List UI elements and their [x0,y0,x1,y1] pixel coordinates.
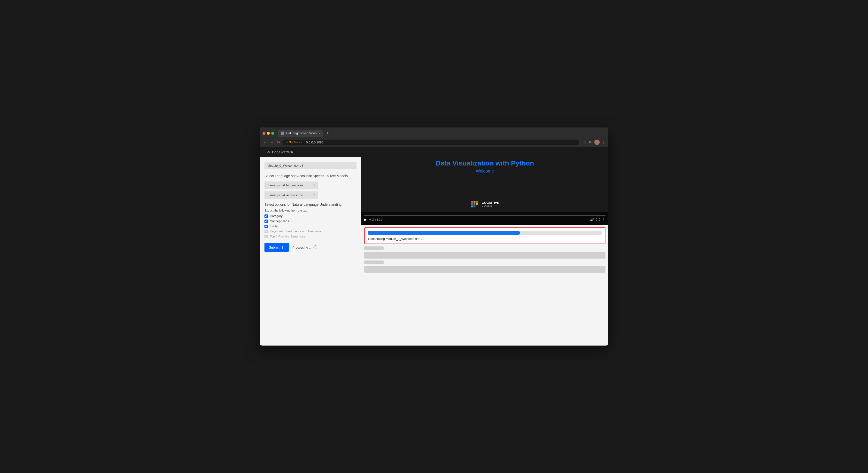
checkbox-category-label: Category [270,214,283,218]
checkbox-concept-tags[interactable]: Concept Tags [265,219,356,223]
checkbox-top5-input [265,235,268,238]
time-display: 0:00 / 3:01 [369,218,382,221]
back-button[interactable]: ← [262,140,268,144]
skeleton-2 [364,252,606,259]
site-header: IBM Code Pattern [259,147,609,157]
browser-actions: ☆ ⚙ ⋮ [583,140,606,145]
checkbox-concept-tags-label: Concept Tags [270,219,289,223]
checkbox-category-input[interactable] [265,214,268,218]
language-dropdown-arrow: ▾ [313,183,315,187]
controls-row: ▶ 0:00 / 3:01 🔊 ⛶ ⋮ [364,217,606,221]
skeleton-4 [364,266,606,273]
forward-button[interactable]: → [270,140,275,144]
transcribe-progress-track [368,231,602,235]
tab-bar: Get Insights from Video × + [259,127,609,137]
traffic-lights [262,132,274,135]
svg-rect-4 [473,203,475,205]
submit-row: Submit ⬆ Processing ... [265,243,356,252]
transcribe-status: Transcribing Module_0_Welcome.flac ... [368,237,602,241]
processing-label: Processing ... [292,246,312,249]
minimize-window-button[interactable] [267,132,270,135]
acoustic-dropdown-arrow: ▾ [313,194,315,197]
url-text: 0.0.0.0:8080 [306,141,323,144]
volume-button[interactable]: 🔊 [590,217,594,221]
video-subtitle: Welcome [476,169,494,174]
checkbox-entity-input[interactable] [265,225,268,228]
main-content: Module_0_Welcome.mp4 Select Language and… [259,157,609,346]
address-bar: ← → ↻ ⚠ Not Secure | 0.0.0.0:8080 ☆ ⚙ ⋮ [259,137,609,147]
sidebar: Module_0_Welcome.mp4 Select Language and… [259,157,361,346]
acoustic-dropdown[interactable]: Earnings call acoustic mo ▾ [265,191,318,199]
checkbox-top5: Top 5 Positive Sentences [265,235,356,238]
skeleton-1 [364,246,383,250]
skeleton-area [361,246,609,277]
transcribe-progress-fill [368,231,520,235]
svg-rect-2 [476,201,478,203]
language-dropdown[interactable]: Earnings call language m ▾ [265,181,318,189]
tab-title: Get Insights from Video [286,131,316,135]
video-progress-bar[interactable] [364,215,606,216]
skeleton-3 [364,261,383,264]
video-logo: COGNITIVE CLASS.ai [471,200,499,208]
browser-window: Get Insights from Video × + ← → ↻ ⚠ Not … [259,127,609,346]
processing-status: Processing ... [292,245,317,249]
close-window-button[interactable] [262,132,266,135]
svg-rect-1 [473,201,475,203]
svg-rect-5 [476,203,478,205]
nlu-section-label: Select options for Natural Language Unde… [265,202,356,207]
svg-rect-3 [471,203,473,205]
bookmark-icon[interactable]: ☆ [583,140,586,144]
profile-avatar[interactable] [594,140,600,145]
play-button[interactable]: ▶ [364,217,367,221]
menu-icon[interactable]: ⋮ [602,140,606,144]
submit-button[interactable]: Submit ⬆ [265,243,289,252]
checkbox-category[interactable]: Category [265,214,356,218]
right-panel: Data Visualization with Python Welcome [361,157,609,346]
extract-label: Extract the following from the text: [265,209,356,212]
maximize-window-button[interactable] [271,132,274,135]
acoustic-dropdown-label: Earnings call acoustic mo [268,194,303,197]
video-player[interactable]: Data Visualization with Python Welcome [361,157,609,225]
checkbox-top5-label: Top 5 Positive Sentences [270,235,305,238]
processing-area: Transcribing Module_0_Welcome.flac ... [364,227,606,244]
reload-button[interactable]: ↻ [277,140,280,144]
svg-rect-0 [471,201,473,203]
fullscreen-button[interactable]: ⛶ [596,217,600,221]
video-controls: ▶ 0:00 / 3:01 🔊 ⛶ ⋮ [361,212,609,225]
svg-rect-7 [473,206,475,207]
logo-text: COGNITIVE CLASS.ai [482,201,499,207]
submit-label: Submit [269,245,279,249]
checkbox-concept-tags-input[interactable] [265,219,268,223]
cognitiveclass-icon [471,200,480,208]
url-separator: | [304,141,304,144]
browser-chrome: Get Insights from Video × + ← → ↻ ⚠ Not … [259,127,609,147]
tab-close-button[interactable]: × [318,131,320,135]
security-warning: ⚠ Not Secure [286,141,302,144]
svg-rect-6 [471,206,473,207]
checkbox-keywords: Keywords, Sentiments and Emotions [265,230,356,233]
checkbox-entity[interactable]: Entity [265,225,356,228]
active-tab[interactable]: Get Insights from Video × [278,130,323,137]
product-label: Code Pattern [272,150,293,154]
tab-favicon [281,131,284,135]
processing-spinner [313,245,317,249]
language-dropdown-label: Earnings call language m [268,183,303,187]
video-title-main: Data Visualization with Python [436,159,534,167]
submit-upload-icon: ⬆ [281,245,284,249]
url-bar[interactable]: ⚠ Not Secure | 0.0.0.0:8080 [282,140,579,145]
checkbox-keywords-label: Keywords, Sentiments and Emotions [270,230,321,233]
language-section-label: Select Language and Accoustic Speech To … [265,174,356,179]
checkbox-keywords-input [265,230,268,233]
file-name-display: Module_0_Welcome.mp4 [265,162,356,169]
ibm-label: IBM [265,150,271,154]
more-options-button[interactable]: ⋮ [602,217,606,221]
extensions-icon[interactable]: ⚙ [589,140,592,144]
new-tab-button[interactable]: + [325,131,330,136]
checkbox-entity-label: Entity [270,225,278,228]
